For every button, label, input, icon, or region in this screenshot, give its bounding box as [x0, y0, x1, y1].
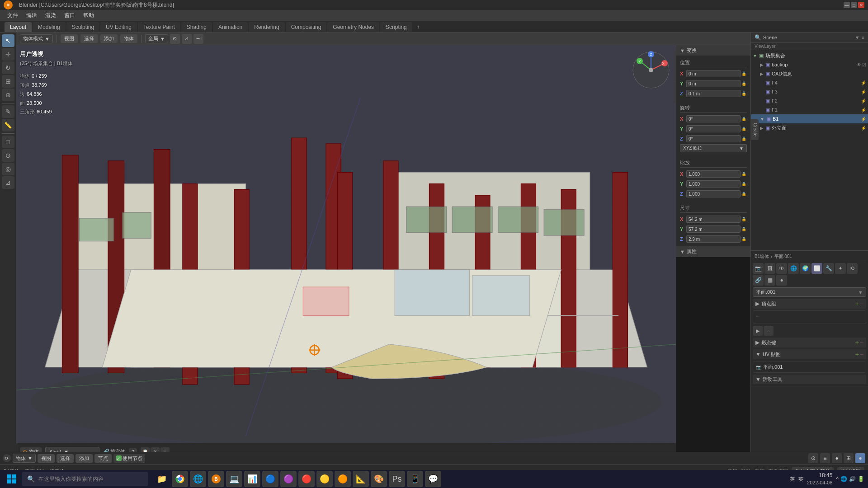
- minimize-button[interactable]: —: [844, 2, 850, 8]
- tab-shading[interactable]: Shading: [181, 22, 212, 32]
- tab-scripting[interactable]: Scripting: [380, 22, 412, 32]
- add-workspace-button[interactable]: +: [413, 22, 424, 32]
- tray-network[interactable]: 🌐: [840, 476, 847, 482]
- object-dropdown[interactable]: 物体 ▼: [13, 454, 36, 463]
- sc-f2-icon[interactable]: ⚡: [861, 99, 866, 103]
- sc-f3-icon[interactable]: ⚡: [861, 89, 866, 94]
- bottom-add-btn[interactable]: 添加: [75, 454, 93, 463]
- rotation-z-lock[interactable]: 🔒: [741, 136, 747, 141]
- tab-layout[interactable]: Layout: [5, 22, 32, 32]
- taskbar-app9[interactable]: 🔴: [298, 471, 315, 487]
- outliner-filter-icon[interactable]: ▼: [855, 35, 860, 40]
- taskbar-chrome[interactable]: [172, 471, 188, 487]
- tool-eyedropper[interactable]: ⊙: [2, 149, 14, 162]
- prop-icon-data[interactable]: ▦: [764, 275, 775, 286]
- material-name-field[interactable]: 平面.001 ▼: [753, 287, 866, 297]
- prop-icon-scene[interactable]: 🌐: [788, 263, 799, 274]
- taskbar-app11[interactable]: 🟠: [335, 471, 351, 487]
- sc-f4[interactable]: ▶ ▣ F4 ⚡: [751, 78, 868, 87]
- tab-texture-paint[interactable]: Texture Paint: [138, 22, 180, 32]
- use-nodes-btn[interactable]: ✓ 使用节点: [113, 454, 145, 463]
- location-z-field[interactable]: 0.1 m: [686, 90, 741, 97]
- navigation-gizmo[interactable]: X Y Z 📷 ✛ 🔍 ⟳ ⊡: [631, 50, 671, 90]
- scale-x-field[interactable]: 1.000: [686, 170, 741, 178]
- scale-z-lock[interactable]: 🔒: [741, 192, 747, 196]
- tool-origin[interactable]: ◎: [2, 163, 14, 175]
- location-y-lock[interactable]: 🔒: [741, 81, 747, 86]
- vg-expand-btn[interactable]: ≡: [764, 326, 774, 336]
- rotation-mode-dropdown[interactable]: XYZ 欧拉 ▼: [680, 144, 747, 152]
- sc-exterior-icon[interactable]: ⚡: [861, 126, 866, 131]
- taskbar-app7[interactable]: 🔵: [262, 471, 278, 487]
- dim-x-field[interactable]: 54.2 m: [686, 216, 741, 223]
- properties-header[interactable]: ▼ 属性: [676, 246, 750, 257]
- shape-keys-header[interactable]: ▶ 形态键 + −: [753, 338, 866, 347]
- tab-rendering[interactable]: Rendering: [249, 22, 284, 32]
- tab-uv-editing[interactable]: UV Editing: [100, 22, 137, 32]
- rotation-y-lock[interactable]: 🔒: [741, 127, 747, 131]
- taskbar-app6[interactable]: 📊: [244, 471, 260, 487]
- sc-b1[interactable]: ▼ ▣ B1 ⚡: [751, 114, 868, 123]
- prop-icon-material[interactable]: ●: [776, 275, 787, 286]
- tool-add-cube[interactable]: □: [2, 136, 14, 148]
- main-viewport[interactable]: 用户透视 (254) 场景集合 | B1墙体 物体0 / 259 顶点38,76…: [16, 45, 676, 460]
- prop-icon-constraints[interactable]: 🔗: [753, 275, 764, 286]
- header-object-btn[interactable]: 物体: [120, 34, 137, 43]
- uv-map-item[interactable]: 📷 平面.001: [756, 362, 863, 371]
- bottom-select-btn[interactable]: 选择: [57, 454, 74, 463]
- taskbar-blender[interactable]: B: [208, 471, 224, 487]
- uv-maps-add[interactable]: +: [855, 351, 859, 358]
- tool-transform[interactable]: ⊕: [2, 89, 14, 101]
- prop-icon-world[interactable]: 🌍: [800, 263, 811, 274]
- taskbar-app13[interactable]: 🎨: [371, 471, 387, 487]
- dim-x-lock[interactable]: 🔒: [741, 217, 747, 221]
- dim-z-field[interactable]: 2.9 m: [686, 235, 741, 243]
- prop-icon-physics[interactable]: ⟲: [847, 263, 858, 274]
- menu-edit[interactable]: 编辑: [23, 11, 41, 20]
- uv-maps-remove[interactable]: −: [860, 351, 863, 358]
- location-y-field[interactable]: 0 m: [686, 80, 741, 87]
- tool-annotate[interactable]: ✎: [2, 105, 14, 118]
- scale-y-field[interactable]: 1.000: [686, 180, 741, 188]
- sc-vis-icon[interactable]: 👁: [857, 62, 861, 67]
- sc-backup[interactable]: ▶ ▣ backup 👁 ☑: [751, 60, 868, 69]
- header-add-btn[interactable]: 添加: [100, 34, 118, 43]
- taskbar-wechat[interactable]: 💬: [425, 471, 441, 487]
- sc-exclude-icon[interactable]: ☑: [862, 62, 866, 67]
- object-mode-dropdown[interactable]: 物体模式 ▼: [20, 34, 53, 43]
- menu-help[interactable]: 帮助: [80, 11, 98, 20]
- location-x-lock[interactable]: 🔒: [741, 71, 747, 76]
- bottom-icon-4[interactable]: ⊞: [844, 453, 854, 463]
- sc-f1-icon[interactable]: ⚡: [861, 108, 866, 113]
- tab-sculpting[interactable]: Sculpting: [66, 22, 99, 32]
- tab-animation[interactable]: Animation: [213, 22, 248, 32]
- vertex-groups-remove[interactable]: −: [860, 300, 863, 307]
- taskbar-autocad[interactable]: 📐: [353, 471, 369, 487]
- sc-b1-icon[interactable]: ⚡: [861, 117, 866, 122]
- vertex-groups-add[interactable]: +: [855, 300, 859, 307]
- tab-compositing[interactable]: Compositing: [286, 22, 327, 32]
- bottom-view-btn[interactable]: 视图: [38, 454, 55, 463]
- mode-cycle-btn[interactable]: ⟳: [3, 454, 11, 462]
- taskbar-file-explorer[interactable]: 📁: [154, 471, 170, 487]
- prop-icon-modifier[interactable]: 🔧: [823, 263, 834, 274]
- vertex-groups-header[interactable]: ▶ 顶点组 + −: [753, 299, 866, 309]
- taskbar-search[interactable]: 🔍 在这里输入你要搜索的内容: [22, 472, 148, 486]
- tool-rotate[interactable]: ↻: [2, 61, 14, 74]
- pivot-point-btn[interactable]: ⊙: [170, 34, 180, 44]
- active-tool-header[interactable]: ▼ 活动工具: [753, 375, 866, 384]
- sc-f4-icon[interactable]: ⚡: [861, 80, 866, 85]
- bottom-icon-2[interactable]: ≡: [820, 453, 830, 463]
- tool-snap[interactable]: ⊿: [2, 176, 14, 189]
- rotation-x-field[interactable]: 0°: [686, 115, 741, 122]
- prop-icon-render[interactable]: 📷: [753, 263, 764, 274]
- bottom-icon-5[interactable]: ●: [855, 453, 865, 463]
- outliner-sync-icon[interactable]: ≡: [862, 35, 864, 40]
- maximize-button[interactable]: □: [851, 2, 857, 8]
- vg-assign-btn[interactable]: ▶: [753, 326, 763, 336]
- tool-cursor[interactable]: ↖: [2, 34, 14, 47]
- sc-root[interactable]: ▼ ▣ 场景集合: [751, 51, 868, 60]
- tool-scale[interactable]: ⊞: [2, 75, 14, 88]
- dim-y-lock[interactable]: 🔒: [741, 227, 747, 231]
- taskbar-vscode[interactable]: 💻: [226, 471, 242, 487]
